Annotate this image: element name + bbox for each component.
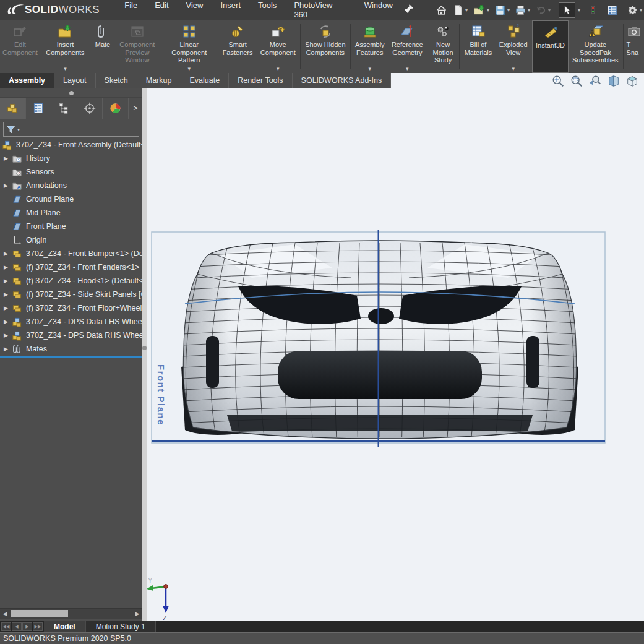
tab-scroll-last-icon[interactable]: ▶▶ <box>33 622 43 631</box>
expand-arrow-icon[interactable]: ▶ <box>4 155 12 161</box>
zoom-to-fit-icon[interactable] <box>551 74 565 88</box>
panel-splitter[interactable] <box>142 88 147 621</box>
expand-arrow-icon[interactable]: ▶ <box>4 278 12 284</box>
menu-window[interactable]: Window <box>357 0 400 22</box>
tab-scroll-first-icon[interactable]: ◀◀ <box>1 622 11 631</box>
menu-view[interactable]: View <box>179 0 211 22</box>
menu-tools[interactable]: Tools <box>251 0 284 22</box>
save-icon[interactable]: ▾ <box>492 3 512 17</box>
model-tab[interactable]: Model <box>44 621 86 632</box>
expand-arrow-icon[interactable]: ▶ <box>4 251 12 257</box>
tab-solidworks-addins[interactable]: SOLIDWORKS Add-Ins <box>293 73 392 88</box>
new-motion-study-button[interactable]: New Motion Study <box>427 20 458 73</box>
tab-render-tools[interactable]: Render Tools <box>229 73 292 88</box>
expand-arrow-icon[interactable]: ▶ <box>4 264 12 270</box>
expand-arrow-icon[interactable]: ▶ <box>4 346 12 352</box>
zoom-to-area-icon[interactable] <box>570 74 583 88</box>
tab-evaluate[interactable]: Evaluate <box>181 73 230 88</box>
tree-item-side-skirt-panels[interactable]: ▶ (f) 370Z_Z34 - Side Skirt Panels [CU <box>0 288 142 301</box>
dropdown-caret-icon[interactable]: ▾ <box>512 66 515 72</box>
pin-icon[interactable] <box>404 4 414 16</box>
configuration-manager-tab[interactable] <box>51 98 77 119</box>
tree-item-front-fenders[interactable]: ▶ (f) 370Z_Z34 - Front Fenders<1> ( <box>0 260 142 274</box>
undo-icon[interactable]: ▾ <box>533 3 552 17</box>
mate-button[interactable]: Mate <box>90 20 115 73</box>
smart-fasteners-button[interactable]: Smart Fasteners <box>219 20 257 73</box>
tree-item-sensors[interactable]: Sensors <box>0 165 142 179</box>
panel-horizontal-scrollbar[interactable]: ◀ ▶ <box>0 608 142 619</box>
file-properties-icon[interactable] <box>604 3 620 17</box>
tree-item-front-floor-wheel[interactable]: ▶ (f) 370Z_Z34 - Front Floor+Wheel <box>0 301 142 315</box>
tab-scroll-next-icon[interactable]: ▶ <box>22 622 32 631</box>
tree-item-ground-plane[interactable]: Ground Plane <box>0 192 142 206</box>
panel-tabs-overflow[interactable]: > <box>129 98 142 119</box>
tab-sketch[interactable]: Sketch <box>96 73 137 88</box>
viewport-canvas[interactable]: Y Z <box>147 88 644 621</box>
menu-insert[interactable]: Insert <box>213 0 249 22</box>
print-icon[interactable]: ▾ <box>513 3 532 17</box>
expand-arrow-icon[interactable]: ▶ <box>4 319 12 325</box>
tree-item-root-assembly[interactable]: 370Z_Z34 - Front Assembly (Default<I <box>0 138 142 152</box>
scrollbar-track[interactable] <box>10 609 132 619</box>
dropdown-caret-icon[interactable]: ▾ <box>64 66 67 72</box>
view-orientation-icon[interactable] <box>625 74 639 88</box>
instant3d-button[interactable]: Instant3D <box>532 20 569 73</box>
dropdown-caret-icon[interactable]: ▾ <box>277 66 280 72</box>
select-caret-icon[interactable]: ▾ <box>578 7 580 13</box>
tab-markup[interactable]: Markup <box>137 73 181 88</box>
update-speedpak-button[interactable]: Update SpeedPak Subassemblies <box>569 20 622 73</box>
property-manager-tab[interactable] <box>26 98 52 119</box>
tree-item-mid-plane[interactable]: Mid Plane <box>0 206 142 220</box>
menu-photoview360[interactable]: PhotoView 360 <box>286 0 354 22</box>
menu-file[interactable]: File <box>117 0 145 22</box>
linear-component-pattern-button[interactable]: Linear Component Pattern ▾ <box>160 20 219 73</box>
tree-item-mates[interactable]: ▶ Mates <box>0 342 142 356</box>
rollback-bar[interactable] <box>0 356 142 358</box>
scrollbar-thumb[interactable] <box>11 610 68 617</box>
panel-collapse-handle[interactable] <box>0 88 142 98</box>
insert-components-button[interactable]: Insert Components ▾ <box>40 20 90 73</box>
tree-item-front-plane[interactable]: Front Plane <box>0 220 142 233</box>
expand-arrow-icon[interactable]: ▶ <box>4 305 12 311</box>
home-icon[interactable] <box>434 3 449 17</box>
expand-arrow-icon[interactable]: ▶ <box>4 291 12 298</box>
options-gear-icon[interactable]: ▾ <box>625 3 644 17</box>
rebuild-icon[interactable] <box>586 2 599 17</box>
undo-caret-icon[interactable]: ▾ <box>548 7 551 13</box>
dimxpert-manager-tab[interactable] <box>77 98 103 119</box>
tree-item-hood[interactable]: ▶ (f) 370Z_Z34 - Hood<1> (Default< <box>0 274 142 288</box>
exploded-view-button[interactable]: Exploded View ▾ <box>496 20 530 73</box>
tab-layout[interactable]: Layout <box>54 73 96 88</box>
take-snapshot-button[interactable]: T Sna <box>624 20 644 73</box>
print-caret-icon[interactable]: ▾ <box>528 7 530 13</box>
bill-of-materials-button[interactable]: Bill of Materials <box>460 20 497 73</box>
filter-caret-icon[interactable]: ▾ <box>17 127 20 132</box>
graphics-viewport[interactable]: Y Z Front Plane <box>147 88 644 621</box>
expand-arrow-icon[interactable]: ▶ <box>4 332 12 338</box>
scroll-right-icon[interactable]: ▶ <box>132 609 142 619</box>
menu-edit[interactable]: Edit <box>147 0 176 22</box>
new-document-icon[interactable]: ▾ <box>450 3 470 17</box>
move-component-button[interactable]: Move Component ▾ <box>256 20 299 73</box>
tree-item-dps-lhs-wheel[interactable]: ▶ 370Z_Z34 - DPS Data LHS Wheel A <box>0 315 142 328</box>
dropdown-caret-icon[interactable]: ▾ <box>187 66 191 72</box>
car-model[interactable] <box>181 241 578 439</box>
open-caret-icon[interactable]: ▾ <box>487 7 489 13</box>
tab-scroll-prev-icon[interactable]: ◀ <box>12 622 22 631</box>
new-caret-icon[interactable]: ▾ <box>465 7 468 13</box>
options-caret-icon[interactable]: ▾ <box>640 7 642 13</box>
tree-item-origin[interactable]: Origin <box>0 233 142 247</box>
open-icon[interactable]: ▾ <box>471 3 491 17</box>
edit-component-button[interactable]: Edit Component <box>0 20 40 73</box>
dropdown-caret-icon[interactable]: ▾ <box>406 66 409 72</box>
display-manager-tab[interactable] <box>103 98 129 119</box>
section-view-icon[interactable] <box>607 74 620 88</box>
select-tool-button[interactable] <box>559 2 575 18</box>
dropdown-caret-icon[interactable]: ▾ <box>368 66 371 72</box>
tree-filter-input[interactable]: ▾ <box>3 122 139 137</box>
feature-manager-tab[interactable] <box>0 98 26 119</box>
save-caret-icon[interactable]: ▾ <box>507 7 510 13</box>
reference-geometry-button[interactable]: Reference Geometry ▾ <box>389 20 426 73</box>
tree-item-history[interactable]: ▶ History <box>0 152 142 165</box>
tree-item-dps-rhs-wheel[interactable]: ▶ 370Z_Z34 - DPS Data RHS Wheel A <box>0 328 142 342</box>
